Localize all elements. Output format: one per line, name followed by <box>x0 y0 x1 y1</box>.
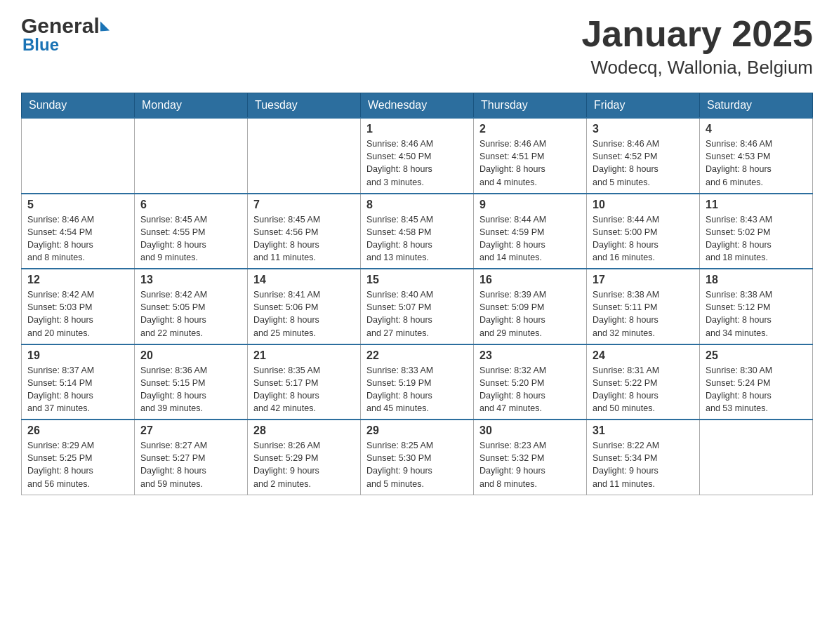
day-info: Sunrise: 8:27 AM Sunset: 5:27 PM Dayligh… <box>140 439 241 490</box>
header-saturday: Saturday <box>700 93 813 119</box>
calendar-cell: 11Sunrise: 8:43 AM Sunset: 5:02 PM Dayli… <box>700 194 813 269</box>
calendar-header-row: Sunday Monday Tuesday Wednesday Thursday… <box>22 93 813 119</box>
day-info: Sunrise: 8:35 AM Sunset: 5:17 PM Dayligh… <box>253 364 355 415</box>
calendar-cell: 8Sunrise: 8:45 AM Sunset: 4:58 PM Daylig… <box>361 194 474 269</box>
day-number: 3 <box>593 123 694 135</box>
day-info: Sunrise: 8:33 AM Sunset: 5:19 PM Dayligh… <box>366 364 468 415</box>
day-number: 29 <box>366 424 468 437</box>
calendar-week-row: 12Sunrise: 8:42 AM Sunset: 5:03 PM Dayli… <box>22 269 813 344</box>
day-number: 9 <box>479 199 581 211</box>
calendar-cell: 13Sunrise: 8:42 AM Sunset: 5:05 PM Dayli… <box>135 269 248 344</box>
calendar-cell: 20Sunrise: 8:36 AM Sunset: 5:15 PM Dayli… <box>135 344 248 420</box>
day-number: 31 <box>593 424 694 437</box>
day-info: Sunrise: 8:37 AM Sunset: 5:14 PM Dayligh… <box>27 364 128 415</box>
day-info: Sunrise: 8:44 AM Sunset: 5:00 PM Dayligh… <box>593 213 694 264</box>
day-number: 24 <box>593 349 694 362</box>
day-info: Sunrise: 8:42 AM Sunset: 5:05 PM Dayligh… <box>140 288 241 340</box>
calendar-cell: 22Sunrise: 8:33 AM Sunset: 5:19 PM Dayli… <box>361 344 474 420</box>
day-number: 2 <box>479 123 581 135</box>
calendar-cell: 15Sunrise: 8:40 AM Sunset: 5:07 PM Dayli… <box>361 269 474 344</box>
calendar-week-row: 5Sunrise: 8:46 AM Sunset: 4:54 PM Daylig… <box>22 194 813 269</box>
day-info: Sunrise: 8:42 AM Sunset: 5:03 PM Dayligh… <box>27 288 128 340</box>
calendar-cell: 4Sunrise: 8:46 AM Sunset: 4:53 PM Daylig… <box>700 118 813 194</box>
calendar-cell: 17Sunrise: 8:38 AM Sunset: 5:11 PM Dayli… <box>587 269 700 344</box>
calendar-cell: 23Sunrise: 8:32 AM Sunset: 5:20 PM Dayli… <box>474 344 587 420</box>
day-info: Sunrise: 8:43 AM Sunset: 5:02 PM Dayligh… <box>706 213 807 264</box>
day-info: Sunrise: 8:46 AM Sunset: 4:54 PM Dayligh… <box>27 213 128 264</box>
calendar-cell <box>135 118 248 194</box>
calendar-cell: 26Sunrise: 8:29 AM Sunset: 5:25 PM Dayli… <box>22 420 135 495</box>
day-info: Sunrise: 8:36 AM Sunset: 5:15 PM Dayligh… <box>140 364 241 415</box>
header-tuesday: Tuesday <box>248 93 361 119</box>
day-number: 17 <box>593 274 694 286</box>
day-number: 10 <box>593 199 694 211</box>
calendar-cell: 10Sunrise: 8:44 AM Sunset: 5:00 PM Dayli… <box>587 194 700 269</box>
day-number: 5 <box>27 199 128 211</box>
day-info: Sunrise: 8:26 AM Sunset: 5:29 PM Dayligh… <box>253 439 355 490</box>
day-info: Sunrise: 8:40 AM Sunset: 5:07 PM Dayligh… <box>366 288 468 340</box>
day-number: 22 <box>366 349 468 362</box>
calendar-cell: 1Sunrise: 8:46 AM Sunset: 4:50 PM Daylig… <box>361 118 474 194</box>
day-number: 15 <box>366 274 468 286</box>
calendar-cell: 25Sunrise: 8:30 AM Sunset: 5:24 PM Dayli… <box>700 344 813 420</box>
day-number: 7 <box>253 199 355 211</box>
header-sunday: Sunday <box>22 93 135 119</box>
day-number: 11 <box>706 199 807 211</box>
calendar-cell: 27Sunrise: 8:27 AM Sunset: 5:27 PM Dayli… <box>135 420 248 495</box>
calendar-cell: 14Sunrise: 8:41 AM Sunset: 5:06 PM Dayli… <box>248 269 361 344</box>
calendar-table: Sunday Monday Tuesday Wednesday Thursday… <box>21 93 813 495</box>
day-info: Sunrise: 8:39 AM Sunset: 5:09 PM Dayligh… <box>479 288 581 340</box>
day-number: 27 <box>140 424 241 437</box>
calendar-cell <box>22 118 135 194</box>
day-number: 26 <box>27 424 128 437</box>
logo: General Blue <box>21 14 110 55</box>
day-info: Sunrise: 8:25 AM Sunset: 5:30 PM Dayligh… <box>366 439 468 490</box>
day-info: Sunrise: 8:38 AM Sunset: 5:11 PM Dayligh… <box>593 288 694 340</box>
day-number: 28 <box>253 424 355 437</box>
day-info: Sunrise: 8:45 AM Sunset: 4:58 PM Dayligh… <box>366 213 468 264</box>
header-thursday: Thursday <box>474 93 587 119</box>
day-info: Sunrise: 8:41 AM Sunset: 5:06 PM Dayligh… <box>253 288 355 340</box>
day-number: 19 <box>27 349 128 362</box>
header-friday: Friday <box>587 93 700 119</box>
day-info: Sunrise: 8:30 AM Sunset: 5:24 PM Dayligh… <box>706 364 807 415</box>
day-number: 16 <box>479 274 581 286</box>
calendar-body: 1Sunrise: 8:46 AM Sunset: 4:50 PM Daylig… <box>22 118 813 495</box>
day-info: Sunrise: 8:32 AM Sunset: 5:20 PM Dayligh… <box>479 364 581 415</box>
day-info: Sunrise: 8:31 AM Sunset: 5:22 PM Dayligh… <box>593 364 694 415</box>
logo-row1: General <box>21 14 110 38</box>
day-number: 30 <box>479 424 581 437</box>
page-header: General Blue January 2025 Wodecq, Wallon… <box>21 14 813 79</box>
day-number: 23 <box>479 349 581 362</box>
calendar-header: Sunday Monday Tuesday Wednesday Thursday… <box>22 93 813 119</box>
calendar-cell: 30Sunrise: 8:23 AM Sunset: 5:32 PM Dayli… <box>474 420 587 495</box>
day-number: 1 <box>366 123 468 135</box>
logo-general-text: General <box>21 14 100 38</box>
calendar-cell: 5Sunrise: 8:46 AM Sunset: 4:54 PM Daylig… <box>22 194 135 269</box>
calendar-week-row: 1Sunrise: 8:46 AM Sunset: 4:50 PM Daylig… <box>22 118 813 194</box>
day-number: 6 <box>140 199 241 211</box>
logo-arrow-icon <box>100 20 110 31</box>
logo-blue-text: Blue <box>21 35 110 55</box>
day-number: 14 <box>253 274 355 286</box>
calendar-cell: 19Sunrise: 8:37 AM Sunset: 5:14 PM Dayli… <box>22 344 135 420</box>
calendar-cell: 6Sunrise: 8:45 AM Sunset: 4:55 PM Daylig… <box>135 194 248 269</box>
calendar-cell: 18Sunrise: 8:38 AM Sunset: 5:12 PM Dayli… <box>700 269 813 344</box>
day-number: 18 <box>706 274 807 286</box>
calendar-cell <box>248 118 361 194</box>
calendar-cell: 2Sunrise: 8:46 AM Sunset: 4:51 PM Daylig… <box>474 118 587 194</box>
calendar-week-row: 26Sunrise: 8:29 AM Sunset: 5:25 PM Dayli… <box>22 420 813 495</box>
calendar-cell: 21Sunrise: 8:35 AM Sunset: 5:17 PM Dayli… <box>248 344 361 420</box>
page-subtitle: Wodecq, Wallonia, Belgium <box>581 57 813 79</box>
calendar-cell: 29Sunrise: 8:25 AM Sunset: 5:30 PM Dayli… <box>361 420 474 495</box>
calendar-cell: 31Sunrise: 8:22 AM Sunset: 5:34 PM Dayli… <box>587 420 700 495</box>
header-wednesday: Wednesday <box>361 93 474 119</box>
day-info: Sunrise: 8:38 AM Sunset: 5:12 PM Dayligh… <box>706 288 807 340</box>
calendar-cell: 12Sunrise: 8:42 AM Sunset: 5:03 PM Dayli… <box>22 269 135 344</box>
day-number: 13 <box>140 274 241 286</box>
day-info: Sunrise: 8:22 AM Sunset: 5:34 PM Dayligh… <box>593 439 694 490</box>
calendar-cell: 16Sunrise: 8:39 AM Sunset: 5:09 PM Dayli… <box>474 269 587 344</box>
calendar-cell: 7Sunrise: 8:45 AM Sunset: 4:56 PM Daylig… <box>248 194 361 269</box>
day-number: 12 <box>27 274 128 286</box>
calendar-cell <box>700 420 813 495</box>
